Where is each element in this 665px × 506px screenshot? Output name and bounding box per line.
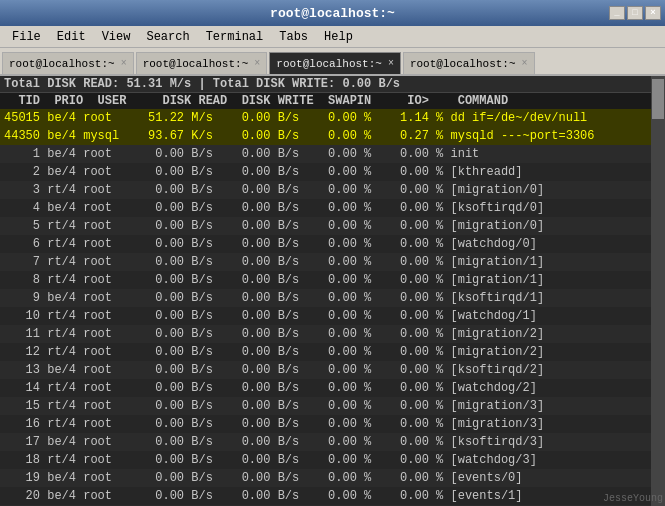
tab-label-3: root@localhost:~ — [410, 58, 516, 70]
table-row: 3 rt/4 root 0.00 B/s 0.00 B/s 0.00 % 0.0… — [0, 181, 665, 199]
tab-close-3[interactable]: × — [522, 58, 528, 69]
table-row: 17 be/4 root 0.00 B/s 0.00 B/s 0.00 % 0.… — [0, 433, 665, 451]
column-header: TID PRIO USER DISK READ DISK WRITE SWAPI… — [0, 93, 665, 109]
tab-1[interactable]: root@localhost:~× — [136, 52, 268, 74]
table-row: 2 be/4 root 0.00 B/s 0.00 B/s 0.00 % 0.0… — [0, 163, 665, 181]
tab-close-1[interactable]: × — [254, 58, 260, 69]
table-row: 6 rt/4 root 0.00 B/s 0.00 B/s 0.00 % 0.0… — [0, 235, 665, 253]
close-button[interactable]: × — [645, 6, 661, 20]
menu-item-terminal[interactable]: Terminal — [198, 28, 272, 46]
table-row: 10 rt/4 root 0.00 B/s 0.00 B/s 0.00 % 0.… — [0, 307, 665, 325]
terminal[interactable]: Total DISK READ: 51.31 M/s | Total DISK … — [0, 76, 665, 506]
table-row: 14 rt/4 root 0.00 B/s 0.00 B/s 0.00 % 0.… — [0, 379, 665, 397]
tab-0[interactable]: root@localhost:~× — [2, 52, 134, 74]
scrollbar[interactable] — [651, 76, 665, 506]
watermark: JesseYoung — [601, 491, 665, 506]
menu-item-edit[interactable]: Edit — [49, 28, 94, 46]
menu-item-view[interactable]: View — [94, 28, 139, 46]
tab-label-0: root@localhost:~ — [9, 58, 115, 70]
menu-item-file[interactable]: File — [4, 28, 49, 46]
tab-2[interactable]: root@localhost:~× — [269, 52, 401, 74]
table-row: 16 rt/4 root 0.00 B/s 0.00 B/s 0.00 % 0.… — [0, 415, 665, 433]
table-row: 5 rt/4 root 0.00 B/s 0.00 B/s 0.00 % 0.0… — [0, 217, 665, 235]
table-row: 9 be/4 root 0.00 B/s 0.00 B/s 0.00 % 0.0… — [0, 289, 665, 307]
tab-close-0[interactable]: × — [121, 58, 127, 69]
table-row: 13 be/4 root 0.00 B/s 0.00 B/s 0.00 % 0.… — [0, 361, 665, 379]
table-row: 12 rt/4 root 0.00 B/s 0.00 B/s 0.00 % 0.… — [0, 343, 665, 361]
tab-label-2: root@localhost:~ — [276, 58, 382, 70]
title-bar: root@localhost:~ _ □ × — [0, 0, 665, 26]
window-controls[interactable]: _ □ × — [609, 6, 661, 20]
tab-label-1: root@localhost:~ — [143, 58, 249, 70]
window-title: root@localhost:~ — [270, 6, 395, 21]
menu-item-tabs[interactable]: Tabs — [271, 28, 316, 46]
table-row: 15 rt/4 root 0.00 B/s 0.00 B/s 0.00 % 0.… — [0, 397, 665, 415]
table-row: 1 be/4 root 0.00 B/s 0.00 B/s 0.00 % 0.0… — [0, 145, 665, 163]
table-row: 19 be/4 root 0.00 B/s 0.00 B/s 0.00 % 0.… — [0, 469, 665, 487]
table-row: 20 be/4 root 0.00 B/s 0.00 B/s 0.00 % 0.… — [0, 487, 665, 505]
table-row: 18 rt/4 root 0.00 B/s 0.00 B/s 0.00 % 0.… — [0, 451, 665, 469]
table-row: 7 rt/4 root 0.00 B/s 0.00 B/s 0.00 % 0.0… — [0, 253, 665, 271]
menu-bar: FileEditViewSearchTerminalTabsHelp — [0, 26, 665, 48]
minimize-button[interactable]: _ — [609, 6, 625, 20]
table-row: 45015 be/4 root 51.22 M/s 0.00 B/s 0.00 … — [0, 109, 665, 127]
table-row: 4 be/4 root 0.00 B/s 0.00 B/s 0.00 % 0.0… — [0, 199, 665, 217]
tab-close-2[interactable]: × — [388, 58, 394, 69]
tab-bar: root@localhost:~×root@localhost:~×root@l… — [0, 48, 665, 76]
disk-summary: Total DISK READ: 51.31 M/s | Total DISK … — [0, 76, 665, 93]
scroll-thumb[interactable] — [652, 79, 664, 119]
table-row: 44350 be/4 mysql 93.67 K/s 0.00 B/s 0.00… — [0, 127, 665, 145]
tab-3[interactable]: root@localhost:~× — [403, 52, 535, 74]
data-rows: 45015 be/4 root 51.22 M/s 0.00 B/s 0.00 … — [0, 109, 665, 505]
table-row: 11 rt/4 root 0.00 B/s 0.00 B/s 0.00 % 0.… — [0, 325, 665, 343]
menu-item-help[interactable]: Help — [316, 28, 361, 46]
table-row: 8 rt/4 root 0.00 B/s 0.00 B/s 0.00 % 0.0… — [0, 271, 665, 289]
maximize-button[interactable]: □ — [627, 6, 643, 20]
menu-item-search[interactable]: Search — [138, 28, 197, 46]
